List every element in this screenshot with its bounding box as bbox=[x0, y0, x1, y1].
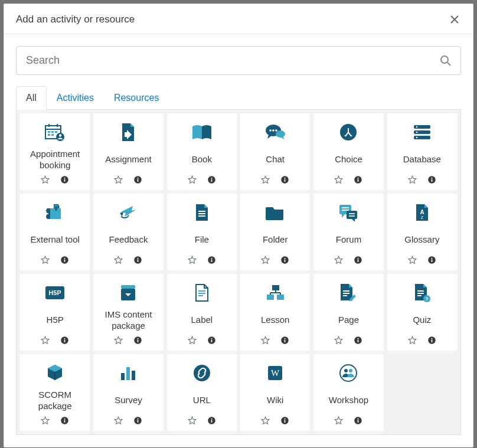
svg-rect-102 bbox=[285, 340, 286, 342]
svg-point-140 bbox=[358, 418, 359, 420]
star-icon[interactable] bbox=[408, 175, 417, 184]
activity-card-quiz[interactable]: ?Quiz bbox=[387, 274, 457, 351]
activity-card-page[interactable]: Page bbox=[313, 274, 383, 351]
activity-card-externaltool[interactable]: External tool bbox=[20, 194, 90, 270]
star-icon[interactable] bbox=[114, 175, 123, 184]
activity-card-h5p[interactable]: H5PH5P bbox=[20, 274, 90, 351]
tab-resources[interactable]: Resources bbox=[104, 86, 169, 110]
info-icon[interactable] bbox=[207, 175, 216, 184]
info-icon[interactable] bbox=[60, 416, 69, 425]
activity-card-choice[interactable]: Choice bbox=[313, 113, 383, 190]
info-icon[interactable] bbox=[280, 416, 289, 425]
svg-point-37 bbox=[416, 126, 418, 128]
svg-rect-59 bbox=[267, 210, 283, 219]
svg-text:?: ? bbox=[425, 296, 428, 302]
star-icon[interactable] bbox=[41, 336, 50, 345]
star-icon[interactable] bbox=[408, 256, 417, 264]
search-input[interactable] bbox=[16, 46, 461, 75]
star-icon[interactable] bbox=[334, 416, 343, 425]
star-icon[interactable] bbox=[114, 256, 123, 264]
card-actions bbox=[114, 175, 142, 184]
star-icon[interactable] bbox=[408, 336, 417, 345]
star-icon[interactable] bbox=[261, 336, 270, 345]
svg-point-115 bbox=[431, 338, 432, 339]
info-icon[interactable] bbox=[280, 175, 289, 184]
info-icon[interactable] bbox=[427, 336, 436, 345]
info-icon[interactable] bbox=[207, 256, 216, 264]
info-icon[interactable] bbox=[354, 336, 362, 345]
star-icon[interactable] bbox=[334, 256, 343, 264]
info-icon[interactable] bbox=[354, 256, 362, 264]
activity-card-survey[interactable]: Survey bbox=[93, 354, 163, 431]
activity-card-appointment[interactable]: Appointment booking bbox=[20, 113, 90, 190]
info-icon[interactable] bbox=[60, 336, 69, 345]
label-icon bbox=[195, 281, 209, 305]
info-icon[interactable] bbox=[133, 175, 142, 184]
wiki-icon: W bbox=[267, 361, 283, 385]
activity-card-book[interactable]: Book bbox=[167, 113, 237, 190]
star-icon[interactable] bbox=[334, 336, 343, 345]
activity-label: External tool bbox=[30, 228, 79, 252]
svg-rect-10 bbox=[51, 134, 54, 136]
svg-point-24 bbox=[272, 129, 275, 132]
info-icon[interactable] bbox=[280, 336, 289, 345]
info-icon[interactable] bbox=[354, 175, 362, 184]
forum-icon bbox=[338, 201, 358, 224]
svg-text:A: A bbox=[420, 209, 424, 215]
star-icon[interactable] bbox=[188, 416, 197, 425]
activity-card-feedback[interactable]: Feedback bbox=[93, 194, 163, 270]
svg-rect-62 bbox=[285, 260, 286, 262]
activity-card-glossary[interactable]: AZGlossary bbox=[387, 194, 457, 270]
card-actions bbox=[41, 336, 69, 345]
star-icon[interactable] bbox=[41, 416, 50, 425]
info-icon[interactable] bbox=[280, 256, 289, 264]
svg-point-12 bbox=[59, 134, 61, 136]
star-icon[interactable] bbox=[114, 416, 123, 425]
activity-label: Page bbox=[338, 308, 359, 332]
quiz-icon: ? bbox=[414, 281, 430, 305]
close-button[interactable] bbox=[448, 14, 461, 25]
tab-all[interactable]: All bbox=[16, 86, 47, 110]
info-icon[interactable] bbox=[133, 416, 142, 425]
star-icon[interactable] bbox=[261, 175, 270, 184]
star-icon[interactable] bbox=[188, 336, 197, 345]
star-icon[interactable] bbox=[114, 336, 123, 345]
activity-card-ims[interactable]: IMS content package bbox=[93, 274, 163, 351]
tab-activities[interactable]: Activities bbox=[47, 86, 104, 110]
info-icon[interactable] bbox=[133, 336, 142, 345]
star-icon[interactable] bbox=[41, 175, 50, 184]
activity-card-label[interactable]: Label bbox=[167, 274, 237, 351]
activity-card-database[interactable]: Database bbox=[387, 113, 457, 190]
activity-card-forum[interactable]: Forum bbox=[313, 194, 383, 270]
info-icon[interactable] bbox=[354, 416, 362, 425]
info-icon[interactable] bbox=[60, 175, 69, 184]
star-icon[interactable] bbox=[41, 256, 50, 264]
activity-card-file[interactable]: File bbox=[167, 194, 237, 270]
activity-card-wiki[interactable]: WWiki bbox=[240, 354, 310, 431]
star-icon[interactable] bbox=[261, 256, 270, 264]
card-actions bbox=[188, 175, 216, 184]
svg-rect-126 bbox=[138, 420, 139, 423]
star-icon[interactable] bbox=[188, 175, 197, 184]
info-icon[interactable] bbox=[60, 256, 69, 264]
info-icon[interactable] bbox=[427, 256, 436, 264]
activity-card-workshop[interactable]: Workshop bbox=[313, 354, 383, 431]
star-icon[interactable] bbox=[334, 175, 343, 184]
svg-rect-6 bbox=[48, 131, 50, 133]
info-icon[interactable] bbox=[207, 416, 216, 425]
activity-card-scorm[interactable]: SCORM package bbox=[20, 354, 90, 431]
star-icon[interactable] bbox=[261, 416, 270, 425]
activity-label: SCORM package bbox=[24, 388, 86, 413]
activity-card-lesson[interactable]: Lesson bbox=[240, 274, 310, 351]
modal-title: Add an activity or resource bbox=[16, 14, 135, 25]
activity-card-folder[interactable]: Folder bbox=[240, 194, 310, 270]
svg-rect-86 bbox=[138, 340, 139, 342]
info-icon[interactable] bbox=[207, 336, 216, 345]
info-icon[interactable] bbox=[133, 256, 142, 264]
activity-card-url[interactable]: URL bbox=[167, 354, 237, 431]
activity-card-assignment[interactable]: Assignment bbox=[93, 113, 163, 190]
activity-card-chat[interactable]: Chat bbox=[240, 113, 310, 190]
card-actions bbox=[41, 175, 69, 184]
info-icon[interactable] bbox=[427, 175, 436, 184]
star-icon[interactable] bbox=[188, 256, 197, 264]
